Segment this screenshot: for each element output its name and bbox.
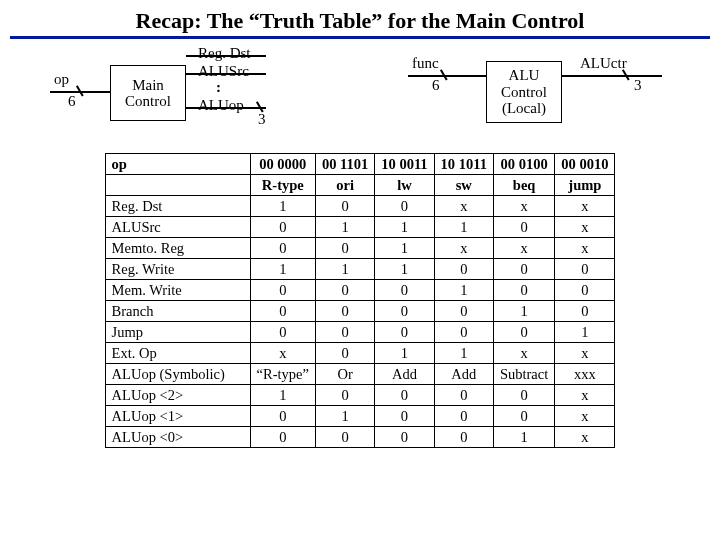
cell: 0 (375, 406, 434, 427)
th-c5: 00 0010 (555, 154, 615, 175)
cell: 1 (434, 280, 493, 301)
title-underline (10, 36, 710, 39)
cell: 1 (555, 322, 615, 343)
table-row: Reg. Dst100xxx (105, 196, 615, 217)
cell: 0 (434, 385, 493, 406)
cell: 0 (375, 322, 434, 343)
cell: 1 (315, 406, 374, 427)
table-row: Ext. Opx011xx (105, 343, 615, 364)
cell: 0 (555, 280, 615, 301)
table-row: ALUop <0>00001x (105, 427, 615, 448)
th-c1: 00 1101 (315, 154, 374, 175)
table-row: Reg. Write111000 (105, 259, 615, 280)
cell: 1 (315, 217, 374, 238)
cell: 0 (493, 406, 554, 427)
func-width: 6 (432, 77, 440, 94)
cell: 1 (434, 217, 493, 238)
cell: x (555, 343, 615, 364)
cell: Or (315, 364, 374, 385)
th-op: op (105, 154, 250, 175)
cell: x (555, 238, 615, 259)
page-title: Recap: The “Truth Table” for the Main Co… (0, 0, 720, 34)
cell: x (555, 196, 615, 217)
cell: 1 (375, 259, 434, 280)
cell: x (434, 196, 493, 217)
row-header: Memto. Reg (105, 238, 250, 259)
cell: 0 (250, 280, 315, 301)
cell: 0 (434, 406, 493, 427)
cell: 1 (250, 196, 315, 217)
table-row: Memto. Reg001xxx (105, 238, 615, 259)
row-header: Jump (105, 322, 250, 343)
cell: x (250, 343, 315, 364)
cell: 0 (315, 301, 374, 322)
cell: x (555, 385, 615, 406)
th-blank (105, 175, 250, 196)
cell: 1 (493, 301, 554, 322)
cell: 1 (315, 259, 374, 280)
row-header: Reg. Dst (105, 196, 250, 217)
row-header: ALUop <1> (105, 406, 250, 427)
cell: 0 (250, 238, 315, 259)
aluop-label: ALUop (198, 97, 244, 114)
cell: 1 (250, 385, 315, 406)
cell: Add (375, 364, 434, 385)
th-n4: beq (493, 175, 554, 196)
alusrc-label: ALUSrc (198, 63, 249, 80)
cell: 0 (250, 301, 315, 322)
cell: 0 (434, 301, 493, 322)
cell: 0 (434, 427, 493, 448)
cell: Subtract (493, 364, 554, 385)
row-header: Branch (105, 301, 250, 322)
cell: x (555, 406, 615, 427)
cell: 0 (315, 280, 374, 301)
cell: 0 (250, 322, 315, 343)
cell: 0 (375, 385, 434, 406)
cell: 0 (250, 406, 315, 427)
th-n2: lw (375, 175, 434, 196)
row-header: ALUop <0> (105, 427, 250, 448)
cell: x (555, 427, 615, 448)
regdst-label: Reg. Dst (198, 45, 251, 62)
cell: 0 (493, 322, 554, 343)
table-head-names: R-type ori lw sw beq jump (105, 175, 615, 196)
table-row: ALUop <2>10000x (105, 385, 615, 406)
row-header: ALUop <2> (105, 385, 250, 406)
cell: 0 (250, 427, 315, 448)
th-n5: jump (555, 175, 615, 196)
regdst-wire (186, 55, 266, 57)
truth-table: op 00 0000 00 1101 10 0011 10 1011 00 01… (105, 153, 616, 448)
cell: 0 (493, 280, 554, 301)
cell: 0 (375, 427, 434, 448)
cell: 0 (555, 259, 615, 280)
row-header: Reg. Write (105, 259, 250, 280)
table-row: Branch000010 (105, 301, 615, 322)
cell: x (493, 238, 554, 259)
cell: 0 (315, 238, 374, 259)
cell: Add (434, 364, 493, 385)
cell: 0 (315, 196, 374, 217)
table-head-opcodes: op 00 0000 00 1101 10 0011 10 1011 00 01… (105, 154, 615, 175)
row-header: Ext. Op (105, 343, 250, 364)
cell: 0 (555, 301, 615, 322)
main-control-box: Main Control (110, 65, 186, 121)
row-header: Mem. Write (105, 280, 250, 301)
cell: 0 (315, 385, 374, 406)
cell: 0 (315, 322, 374, 343)
aluctr-wire (562, 75, 662, 77)
cell: 1 (375, 238, 434, 259)
cell: 1 (375, 343, 434, 364)
cell: “R-type” (250, 364, 315, 385)
table-row: ALUSrc01110x (105, 217, 615, 238)
cell: x (434, 238, 493, 259)
table-row: Jump000001 (105, 322, 615, 343)
cell: 0 (315, 343, 374, 364)
cell: 0 (493, 385, 554, 406)
dots-label: : (216, 79, 221, 96)
cell: 0 (493, 217, 554, 238)
cell: xxx (555, 364, 615, 385)
cell: 0 (434, 322, 493, 343)
table-row: Mem. Write000100 (105, 280, 615, 301)
cell: 0 (434, 259, 493, 280)
cell: x (555, 217, 615, 238)
